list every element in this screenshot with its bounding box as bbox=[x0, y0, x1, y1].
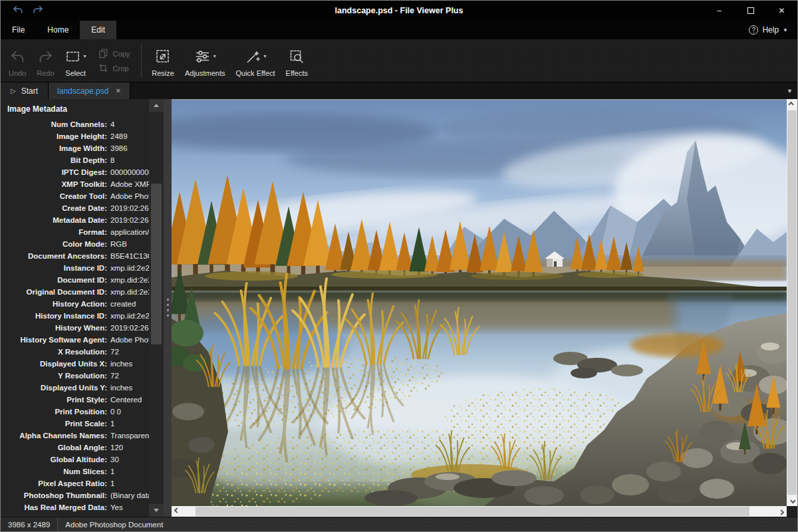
metadata-key: Num Slices: bbox=[1, 467, 107, 475]
metadata-value: xmp.did:2e28c... bbox=[107, 276, 149, 284]
close-icon: ✕ bbox=[778, 6, 785, 15]
sidebar-scroll-thumb[interactable] bbox=[151, 184, 162, 344]
adjustments-button[interactable]: ▾ Adjustments bbox=[180, 41, 231, 81]
metadata-row[interactable]: Original Document ID: xmp.did:2e28c... bbox=[1, 286, 149, 298]
metadata-row[interactable]: Print Style: Centered bbox=[1, 394, 149, 406]
sidebar-scroll-track[interactable] bbox=[149, 112, 164, 504]
metadata-row[interactable]: Image Height: 2489 bbox=[1, 130, 149, 142]
metadata-row[interactable]: Num Slices: 1 bbox=[1, 466, 149, 477]
metadata-row[interactable]: Create Date: 2019:02:26 10:5... bbox=[1, 202, 149, 214]
image-dimensions-status: 3986 x 2489 bbox=[1, 517, 58, 531]
quick-effect-dropdown-icon: ▾ bbox=[264, 54, 267, 59]
chevron-up-icon bbox=[788, 102, 793, 107]
horizontal-scroll-thumb[interactable] bbox=[196, 507, 749, 516]
metadata-value: 72 bbox=[107, 372, 119, 380]
metadata-row[interactable]: Print Scale: 1 bbox=[1, 418, 149, 430]
metadata-key: Displayed Units X: bbox=[1, 360, 107, 368]
scroll-down-button[interactable] bbox=[787, 495, 797, 506]
metadata-row[interactable]: History Action: created bbox=[1, 298, 149, 310]
copy-label: Copy bbox=[113, 50, 130, 58]
image-viewer bbox=[172, 99, 797, 517]
tab-list-dropdown-icon[interactable]: ▼ bbox=[787, 88, 797, 94]
metadata-row[interactable]: Displayed Units X: inches bbox=[1, 358, 149, 370]
vertical-scroll-thumb[interactable] bbox=[787, 110, 797, 495]
metadata-row[interactable]: History Instance ID: xmp.iid:2e28c9... bbox=[1, 310, 149, 322]
document-tab-label: landscape.psd bbox=[57, 86, 108, 96]
scrollbar-corner bbox=[787, 506, 797, 517]
scroll-right-button[interactable] bbox=[776, 506, 787, 517]
tab-home[interactable]: Home bbox=[36, 21, 80, 39]
metadata-value: (Binary data 74... bbox=[107, 491, 149, 499]
metadata-row[interactable]: Pixel Aspect Ratio: 1 bbox=[1, 477, 149, 489]
metadata-row[interactable]: XMP Toolkit: Adobe XMP Co... bbox=[1, 178, 149, 190]
metadata-value: inches bbox=[107, 384, 132, 392]
status-bar: 3986 x 2489 Adobe Photoshop Document bbox=[1, 517, 797, 531]
select-button[interactable]: ▾ Select bbox=[60, 41, 92, 81]
metadata-row[interactable]: Global Angle: 120 bbox=[1, 442, 149, 454]
metadata-key: Creator Tool: bbox=[1, 192, 107, 200]
metadata-row[interactable]: Num Channels: 4 bbox=[1, 118, 149, 130]
undo-arrow-icon bbox=[11, 4, 24, 15]
select-dropdown-icon: ▾ bbox=[84, 54, 86, 59]
metadata-key: Photoshop Thumbnail: bbox=[1, 491, 107, 499]
vertical-scroll-track[interactable] bbox=[787, 110, 797, 495]
metadata-value: xmp.iid:2e28c9... bbox=[107, 312, 149, 320]
maximize-button[interactable] bbox=[735, 1, 766, 21]
scroll-up-button[interactable] bbox=[787, 99, 797, 110]
metadata-row[interactable]: Color Mode: RGB bbox=[1, 238, 149, 250]
metadata-row[interactable]: Image Width: 3986 bbox=[1, 142, 149, 154]
metadata-value: 2019:02:26 14:3... bbox=[107, 216, 149, 224]
tab-close-icon[interactable]: ✕ bbox=[115, 87, 120, 94]
metadata-row[interactable]: Photoshop Thumbnail: (Binary data 74... bbox=[1, 489, 149, 501]
undo-icon bbox=[9, 49, 26, 65]
document-tabstrip: ▷ Start landscape.psd ✕ ▼ bbox=[1, 82, 797, 99]
quick-undo-button[interactable] bbox=[11, 4, 24, 17]
metadata-key: Num Channels: bbox=[1, 120, 107, 128]
tab-file[interactable]: File bbox=[1, 21, 36, 39]
quick-redo-button[interactable] bbox=[32, 4, 45, 17]
metadata-row[interactable]: Bit Depth: 8 bbox=[1, 154, 149, 166]
metadata-row[interactable]: Format: application/vn... bbox=[1, 226, 149, 238]
panel-splitter[interactable] bbox=[164, 99, 172, 517]
metadata-row[interactable]: IPTC Digest: 0000000000000... bbox=[1, 166, 149, 178]
metadata-row[interactable]: Global Altitude: 30 bbox=[1, 454, 149, 466]
minimize-button[interactable]: – bbox=[704, 1, 735, 21]
image-canvas[interactable] bbox=[172, 99, 787, 506]
sidebar-scroll-up-button[interactable] bbox=[149, 99, 164, 112]
resize-label: Resize bbox=[152, 69, 174, 77]
effects-button[interactable]: Effects bbox=[281, 41, 313, 81]
metadata-row[interactable]: Alpha Channels Names: Transparency bbox=[1, 430, 149, 442]
metadata-row[interactable]: Has Real Merged Data: Yes bbox=[1, 501, 149, 513]
metadata-value: 1 bbox=[107, 467, 114, 475]
metadata-row[interactable]: Creator Tool: Adobe Photos... bbox=[1, 190, 149, 202]
metadata-value: Adobe Photos... bbox=[107, 336, 149, 344]
metadata-row[interactable]: History When: 2019:02:26 10:5... bbox=[1, 322, 149, 334]
metadata-value: 4 bbox=[107, 120, 114, 128]
resize-button[interactable]: Resize bbox=[146, 41, 180, 81]
start-play-icon: ▷ bbox=[11, 87, 16, 94]
select-label: Select bbox=[65, 69, 86, 77]
tab-edit[interactable]: Edit bbox=[80, 21, 116, 39]
metadata-key: Global Angle: bbox=[1, 444, 107, 452]
metadata-row[interactable]: Metadata Date: 2019:02:26 14:3... bbox=[1, 214, 149, 226]
metadata-row[interactable]: History Software Agent: Adobe Photos... bbox=[1, 334, 149, 346]
metadata-row[interactable]: Y Resolution: 72 bbox=[1, 370, 149, 382]
chevron-down-icon bbox=[790, 498, 795, 503]
metadata-row[interactable]: Instance ID: xmp.iid:2e28c9... bbox=[1, 262, 149, 274]
metadata-row[interactable]: Document Ancestors: B5E41C13CD17... bbox=[1, 250, 149, 262]
start-tab[interactable]: ▷ Start bbox=[1, 82, 49, 99]
close-button[interactable]: ✕ bbox=[766, 1, 797, 21]
metadata-row[interactable]: Document ID: xmp.did:2e28c... bbox=[1, 274, 149, 286]
ribbon-separator bbox=[141, 44, 142, 78]
help-menu[interactable]: ? Help ▼ bbox=[749, 21, 797, 39]
metadata-key: History Software Agent: bbox=[1, 336, 107, 344]
quick-effect-button[interactable]: ▾ Quick Effect bbox=[230, 41, 280, 81]
image-horizontal-scrollbar bbox=[172, 506, 787, 517]
metadata-row[interactable]: X Resolution: 72 bbox=[1, 346, 149, 358]
metadata-row[interactable]: Print Position: 0 0 bbox=[1, 406, 149, 418]
scroll-left-button[interactable] bbox=[172, 506, 182, 517]
sidebar-scroll-down-button[interactable] bbox=[149, 504, 164, 517]
menu-bar: File Home Edit ? Help ▼ bbox=[1, 21, 797, 39]
metadata-row[interactable]: Displayed Units Y: inches bbox=[1, 382, 149, 394]
document-tab-landscape[interactable]: landscape.psd ✕ bbox=[49, 82, 130, 99]
